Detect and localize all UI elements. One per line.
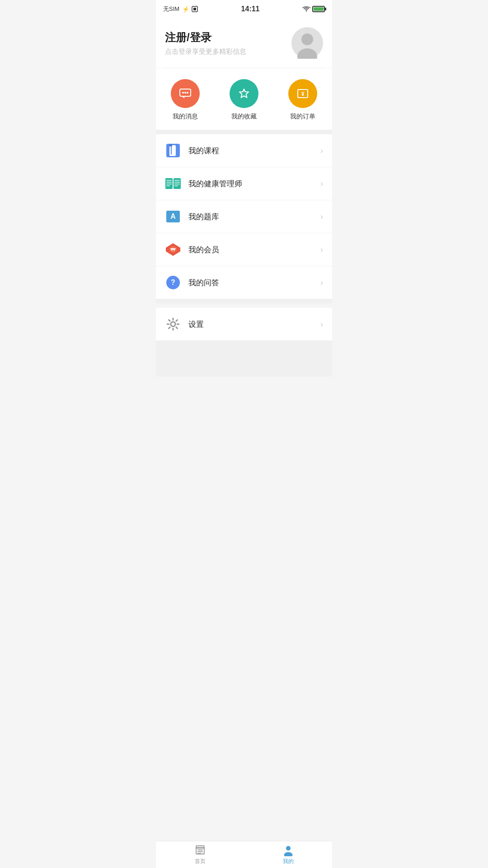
svg-rect-15 [171, 146, 172, 155]
svg-rect-25 [174, 184, 180, 184]
menu-item-courses[interactable]: 我的课程 › [156, 134, 332, 167]
svg-rect-19 [166, 180, 172, 181]
status-time: 14:11 [241, 5, 260, 13]
svg-rect-2 [193, 8, 196, 10]
settings-icon [165, 316, 181, 332]
profile-subtitle: 点击登录享受更多精彩信息 [165, 47, 246, 56]
qa-chevron: › [320, 278, 323, 288]
svg-point-39 [286, 846, 290, 850]
svg-text:A: A [170, 212, 176, 220]
status-carrier: 无SIM ⚡ [163, 5, 198, 13]
menu-item-health-manager[interactable]: 我的健康管理师 › [156, 167, 332, 200]
svg-rect-37 [197, 853, 201, 854]
menu-item-settings[interactable]: 设置 › [156, 308, 332, 340]
bottom-navigation: 首页 我的 [156, 841, 332, 868]
health-manager-chevron: › [320, 179, 323, 189]
svg-point-33 [171, 322, 175, 326]
wifi-icon [302, 6, 310, 12]
nav-item-mine[interactable]: 我的 [244, 841, 332, 868]
courses-chevron: › [320, 146, 323, 156]
svg-rect-22 [166, 185, 170, 186]
bottom-spacer [156, 340, 332, 377]
question-bank-chevron: › [320, 212, 323, 222]
menu-section: 我的课程 › 我的健康管理师 › A [156, 134, 332, 299]
svg-point-8 [182, 92, 184, 94]
favorites-icon-circle [230, 79, 258, 108]
health-manager-label: 我的健康管理师 [188, 179, 320, 189]
mine-nav-label: 我的 [283, 858, 294, 865]
quick-actions: 我的消息 我的收藏 ¥ 我的订单 [156, 68, 332, 130]
profile-section[interactable]: 注册/登录 点击登录享受更多精彩信息 [156, 16, 332, 68]
battery-icon [312, 6, 325, 12]
svg-point-40 [284, 852, 292, 856]
messages-icon [178, 86, 192, 101]
question-bank-icon: A [165, 208, 181, 225]
messages-icon-circle [171, 79, 200, 108]
svg-rect-16 [169, 144, 172, 146]
svg-text:¥: ¥ [301, 91, 305, 97]
messages-label: 我的消息 [173, 113, 198, 121]
svg-point-5 [301, 33, 313, 45]
section-gap-2 [156, 299, 332, 303]
settings-section: 设置 › [156, 308, 332, 340]
membership-icon [165, 241, 181, 258]
qa-icon: ? [165, 274, 181, 291]
svg-rect-14 [169, 145, 176, 156]
membership-label: 我的会员 [188, 245, 320, 255]
menu-item-question-bank[interactable]: A 我的题库 › [156, 200, 332, 233]
svg-rect-20 [166, 182, 172, 183]
favorites-icon [237, 86, 251, 101]
svg-rect-35 [197, 849, 203, 850]
svg-rect-36 [197, 851, 203, 852]
membership-chevron: › [320, 245, 323, 255]
svg-rect-24 [174, 182, 180, 183]
usb-icon: ⚡ [182, 5, 188, 13]
orders-label: 我的订单 [290, 113, 315, 121]
svg-rect-23 [174, 180, 180, 181]
menu-item-qa[interactable]: ? 我的问答 › [156, 266, 332, 299]
menu-item-membership[interactable]: 我的会员 › [156, 233, 332, 266]
health-manager-icon [165, 175, 181, 192]
svg-point-9 [184, 92, 186, 94]
nav-item-home[interactable]: 首页 [156, 841, 244, 868]
settings-label: 设置 [188, 319, 320, 330]
mine-nav-icon [282, 844, 294, 856]
svg-rect-26 [174, 185, 178, 186]
status-bar: 无SIM ⚡ 14:11 [156, 0, 332, 16]
courses-icon [165, 142, 181, 159]
svg-text:⚡: ⚡ [182, 5, 188, 13]
action-orders[interactable]: ¥ 我的订单 [288, 79, 317, 121]
courses-label: 我的课程 [188, 146, 320, 156]
question-bank-label: 我的题库 [188, 212, 320, 222]
home-nav-label: 首页 [195, 858, 206, 865]
settings-chevron: › [320, 320, 323, 329]
action-favorites[interactable]: 我的收藏 [230, 79, 258, 121]
svg-point-3 [306, 10, 307, 12]
profile-title: 注册/登录 [165, 30, 246, 45]
svg-rect-21 [166, 184, 172, 184]
qa-label: 我的问答 [188, 278, 320, 288]
avatar[interactable] [291, 27, 323, 59]
svg-rect-38 [196, 846, 204, 848]
status-icons [302, 6, 325, 12]
section-gap-1 [156, 130, 332, 134]
orders-icon-circle: ¥ [288, 79, 317, 108]
action-messages[interactable]: 我的消息 [171, 79, 200, 121]
svg-rect-34 [196, 848, 204, 854]
home-nav-icon [194, 844, 206, 856]
svg-point-10 [187, 92, 188, 94]
favorites-label: 我的收藏 [231, 113, 257, 121]
profile-info: 注册/登录 点击登录享受更多精彩信息 [165, 30, 246, 56]
debug-icon [191, 5, 198, 13]
svg-text:?: ? [171, 278, 175, 286]
orders-icon: ¥ [296, 86, 310, 101]
